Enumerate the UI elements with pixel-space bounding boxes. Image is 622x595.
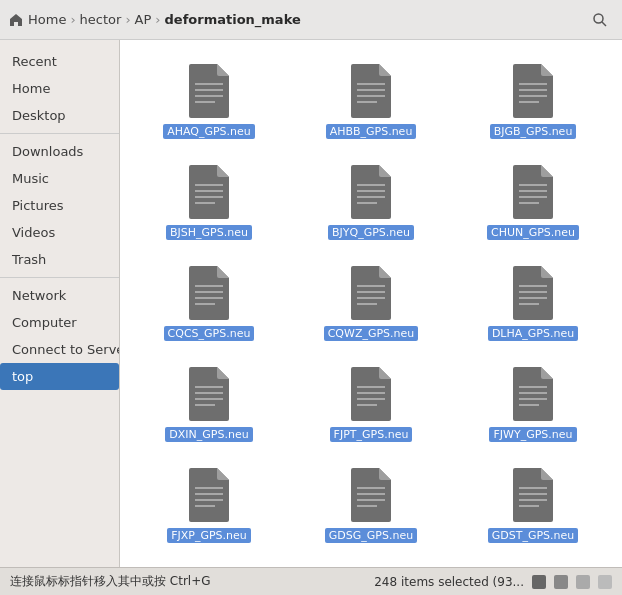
search-button[interactable] (586, 6, 614, 34)
main-area: Recent Home Desktop Downloads Music Pict… (0, 40, 622, 567)
file-icon (347, 466, 395, 524)
sidebar-item-trash[interactable]: Trash (0, 246, 119, 273)
sidebar-item-music[interactable]: Music (0, 165, 119, 192)
file-icon (347, 365, 395, 423)
file-icon (509, 264, 557, 322)
file-icon (509, 163, 557, 221)
file-icon (347, 163, 395, 221)
file-item[interactable]: AHAQ_GPS.neu (128, 56, 290, 145)
breadcrumb-current-label: deformation_make (165, 12, 301, 27)
file-item[interactable]: CQCS_GPS.neu (128, 258, 290, 347)
file-item[interactable]: GDSG_GPS.neu (290, 460, 452, 549)
file-item[interactable]: BJSH_GPS.neu (128, 157, 290, 246)
file-label: BJGB_GPS.neu (490, 124, 577, 139)
file-icon (185, 62, 233, 120)
status-icon-4 (598, 575, 612, 589)
sidebar-item-top[interactable]: top (0, 363, 119, 390)
svg-line-1 (602, 22, 606, 26)
file-icon (185, 365, 233, 423)
sidebar-divider-2 (0, 277, 119, 278)
file-item[interactable]: AHBB_GPS.neu (290, 56, 452, 145)
file-item[interactable]: FJWY_GPS.neu (452, 359, 614, 448)
sidebar-item-home[interactable]: Home (0, 75, 119, 102)
file-item[interactable]: BJYQ_GPS.neu (290, 157, 452, 246)
file-icon (185, 163, 233, 221)
file-item[interactable]: GSAX_GPS.neu (452, 561, 614, 567)
file-label: CQWZ_GPS.neu (324, 326, 419, 341)
home-icon (8, 12, 24, 28)
breadcrumb-hector[interactable]: hector (80, 12, 122, 27)
file-label: BJYQ_GPS.neu (328, 225, 414, 240)
statusbar: 连接鼠标标指针移入其中或按 Ctrl+G 248 items selected … (0, 567, 622, 595)
search-icon (592, 12, 608, 28)
breadcrumb-hector-label: hector (80, 12, 122, 27)
status-icon-2 (554, 575, 568, 589)
file-item[interactable]: GDST_GPS.neu (452, 460, 614, 549)
file-label: FJXP_GPS.neu (167, 528, 251, 543)
file-item[interactable]: CQWZ_GPS.neu (290, 258, 452, 347)
breadcrumb-ap[interactable]: AP (135, 12, 152, 27)
statusbar-right: 248 items selected (93... (374, 575, 612, 589)
file-icon (347, 264, 395, 322)
file-grid: AHAQ_GPS.neu AHBB_GPS.neu BJGB_GPS.neu B… (128, 56, 614, 567)
file-icon (347, 62, 395, 120)
file-label: DXIN_GPS.neu (165, 427, 252, 442)
file-icon (509, 466, 557, 524)
file-label: GDSG_GPS.neu (325, 528, 417, 543)
file-item[interactable]: CHUN_GPS.neu (452, 157, 614, 246)
file-label: CHUN_GPS.neu (487, 225, 579, 240)
file-label: DLHA_GPS.neu (488, 326, 578, 341)
sidebar-divider-1 (0, 133, 119, 134)
sidebar-item-videos[interactable]: Videos (0, 219, 119, 246)
breadcrumb-home-label: Home (28, 12, 66, 27)
statusbar-text: 连接鼠标标指针移入其中或按 Ctrl+G (10, 573, 211, 590)
header: Home › hector › AP › deformation_make (0, 0, 622, 40)
sidebar-item-desktop[interactable]: Desktop (0, 102, 119, 129)
file-item[interactable]: BJGB_GPS.neu (452, 56, 614, 145)
file-area: AHAQ_GPS.neu AHBB_GPS.neu BJGB_GPS.neu B… (120, 40, 622, 567)
sidebar-item-pictures[interactable]: Pictures (0, 192, 119, 219)
file-label: CQCS_GPS.neu (164, 326, 255, 341)
sidebar: Recent Home Desktop Downloads Music Pict… (0, 40, 120, 567)
file-item[interactable]: GDZH_GPS.neu (128, 561, 290, 567)
sidebar-item-recent[interactable]: Recent (0, 48, 119, 75)
file-label: BJSH_GPS.neu (166, 225, 252, 240)
sep2: › (125, 12, 130, 27)
sidebar-item-network[interactable]: Network (0, 282, 119, 309)
file-item[interactable]: DXIN_GPS.neu (128, 359, 290, 448)
file-icon (509, 62, 557, 120)
file-icon (185, 264, 233, 322)
file-label: AHBB_GPS.neu (326, 124, 417, 139)
file-label: AHAQ_GPS.neu (163, 124, 255, 139)
sep3: › (155, 12, 160, 27)
svg-point-0 (594, 14, 603, 23)
file-icon (509, 365, 557, 423)
file-item[interactable]: FJXP_GPS.neu (128, 460, 290, 549)
sidebar-item-computer[interactable]: Computer (0, 309, 119, 336)
sep1: › (70, 12, 75, 27)
file-label: GDST_GPS.neu (488, 528, 579, 543)
file-item[interactable]: GDZJ_GPS.neu (290, 561, 452, 567)
file-item[interactable]: FJPT_GPS.neu (290, 359, 452, 448)
sidebar-item-downloads[interactable]: Downloads (0, 138, 119, 165)
file-label: FJWY_GPS.neu (489, 427, 576, 442)
breadcrumb-current[interactable]: deformation_make (165, 12, 301, 27)
statusbar-selection: 248 items selected (93... (374, 575, 524, 589)
file-icon (185, 466, 233, 524)
status-icon-1 (532, 575, 546, 589)
status-icon-3 (576, 575, 590, 589)
file-label: FJPT_GPS.neu (330, 427, 413, 442)
breadcrumb-ap-label: AP (135, 12, 152, 27)
file-item[interactable]: DLHA_GPS.neu (452, 258, 614, 347)
breadcrumb-home[interactable]: Home (8, 12, 66, 28)
sidebar-item-connect[interactable]: Connect to Server (0, 336, 119, 363)
breadcrumb: Home › hector › AP › deformation_make (8, 12, 586, 28)
